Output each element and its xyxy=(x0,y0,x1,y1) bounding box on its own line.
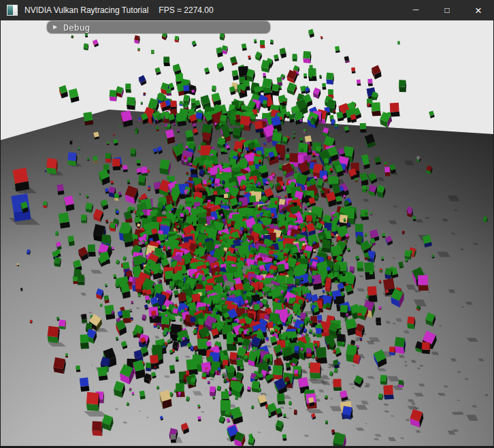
minimize-icon: ─ xyxy=(413,5,419,14)
window-controls: ─ □ × xyxy=(400,0,494,20)
fps-counter: FPS = 2274.00 xyxy=(159,5,213,15)
viewport-frame xyxy=(0,20,494,448)
app-window: NVIDIA Vulkan Raytracing Tutorial FPS = … xyxy=(0,0,494,448)
debug-panel-header[interactable]: ▶ Debug xyxy=(47,21,270,33)
app-icon-art-right xyxy=(13,5,17,15)
close-button[interactable]: × xyxy=(463,0,494,20)
collapse-arrow-icon: ▶ xyxy=(53,25,57,30)
maximize-button[interactable]: □ xyxy=(431,0,463,20)
title-bar: NVIDIA Vulkan Raytracing Tutorial FPS = … xyxy=(0,0,494,20)
app-icon-art xyxy=(7,5,13,15)
close-icon: × xyxy=(475,5,482,16)
viewport-3d[interactable] xyxy=(1,20,493,446)
maximize-icon: □ xyxy=(444,6,449,14)
window-title: NVIDIA Vulkan Raytracing Tutorial xyxy=(24,5,148,15)
debug-panel-label: Debug xyxy=(63,22,90,33)
minimize-button[interactable]: ─ xyxy=(400,0,431,20)
app-icon xyxy=(7,5,18,16)
